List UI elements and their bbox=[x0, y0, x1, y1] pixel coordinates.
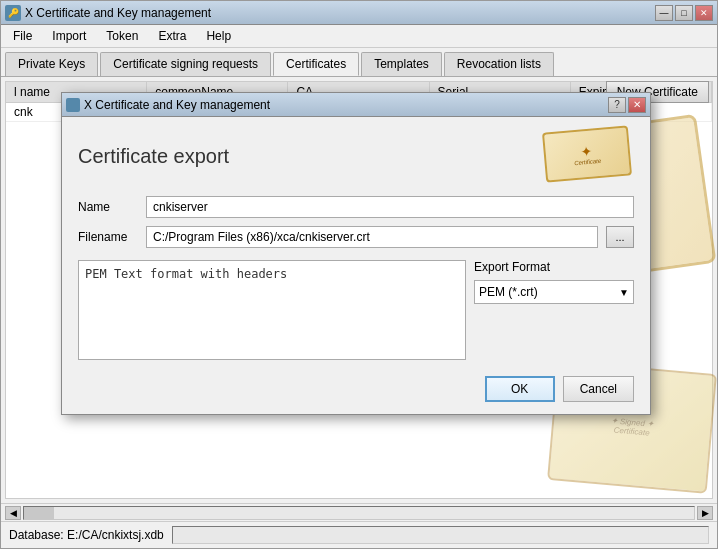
filename-input[interactable] bbox=[146, 226, 598, 248]
format-select[interactable]: PEM (*.crt) ▼ bbox=[474, 280, 634, 304]
browse-button[interactable]: ... bbox=[606, 226, 634, 248]
name-label: Name bbox=[78, 200, 138, 214]
cert-badge-image: Certificate bbox=[542, 125, 632, 182]
menu-extra[interactable]: Extra bbox=[150, 27, 194, 45]
tab-templates[interactable]: Templates bbox=[361, 52, 442, 76]
modal-title: X Certificate and Key management bbox=[84, 98, 606, 112]
status-bar: Database: E:/CA/cnkixtsj.xdb bbox=[1, 521, 717, 548]
status-input bbox=[172, 526, 709, 544]
dialog-heading: Certificate export bbox=[78, 145, 229, 168]
modal-close-button[interactable]: ✕ bbox=[628, 97, 646, 113]
scroll-left-button[interactable]: ◀ bbox=[5, 506, 21, 520]
database-path: Database: E:/CA/cnkixtsj.xdb bbox=[9, 528, 164, 542]
minimize-button[interactable]: — bbox=[655, 5, 673, 21]
ok-button[interactable]: OK bbox=[485, 376, 555, 402]
filename-row: Filename ... bbox=[78, 226, 634, 248]
close-button[interactable]: ✕ bbox=[695, 5, 713, 21]
cancel-button[interactable]: Cancel bbox=[563, 376, 634, 402]
tab-csr[interactable]: Certificate signing requests bbox=[100, 52, 271, 76]
filename-label: Filename bbox=[78, 230, 138, 244]
scroll-right-button[interactable]: ▶ bbox=[697, 506, 713, 520]
scroll-thumb[interactable] bbox=[24, 507, 54, 519]
app-icon: 🔑 bbox=[5, 5, 21, 21]
title-bar: 🔑 X Certificate and Key management — □ ✕ bbox=[1, 1, 717, 25]
modal-title-bar: X Certificate and Key management ? ✕ bbox=[62, 93, 650, 117]
scroll-track bbox=[23, 506, 695, 520]
modal-overlay: X Certificate and Key management ? ✕ Cer… bbox=[1, 77, 717, 503]
tab-bar: Private Keys Certificate signing request… bbox=[1, 48, 717, 77]
menu-bar: File Import Token Extra Help bbox=[1, 25, 717, 48]
title-bar-buttons: — □ ✕ bbox=[655, 5, 713, 21]
modal-header: Certificate export Certificate bbox=[78, 129, 634, 184]
main-window-title: X Certificate and Key management bbox=[25, 6, 655, 20]
name-input[interactable] bbox=[146, 196, 634, 218]
tab-revocation[interactable]: Revocation lists bbox=[444, 52, 554, 76]
menu-import[interactable]: Import bbox=[44, 27, 94, 45]
menu-token[interactable]: Token bbox=[98, 27, 146, 45]
format-label: Export Format bbox=[474, 260, 634, 274]
modal-body: Certificate export Certificate Name bbox=[62, 117, 650, 414]
main-window: 🔑 X Certificate and Key management — □ ✕… bbox=[0, 0, 718, 549]
horizontal-scroll-bar: ◀ ▶ bbox=[1, 503, 717, 521]
dialog-buttons: OK Cancel bbox=[78, 376, 634, 402]
menu-help[interactable]: Help bbox=[198, 27, 239, 45]
preview-text: PEM Text format with headers bbox=[85, 267, 287, 281]
menu-file[interactable]: File bbox=[5, 27, 40, 45]
export-area: PEM Text format with headers Export Form… bbox=[78, 260, 634, 360]
tab-private-keys[interactable]: Private Keys bbox=[5, 52, 98, 76]
modal-window: X Certificate and Key management ? ✕ Cer… bbox=[61, 92, 651, 415]
cert-badge: Certificate bbox=[544, 129, 634, 184]
preview-box: PEM Text format with headers bbox=[78, 260, 466, 360]
main-content: New Certificate l name commonName CA Ser… bbox=[1, 77, 717, 503]
modal-help-button[interactable]: ? bbox=[608, 97, 626, 113]
dropdown-icon: ▼ bbox=[619, 287, 629, 298]
name-row: Name bbox=[78, 196, 634, 218]
maximize-button[interactable]: □ bbox=[675, 5, 693, 21]
format-select-value: PEM (*.crt) bbox=[479, 285, 538, 299]
tab-certificates[interactable]: Certificates bbox=[273, 52, 359, 76]
format-section: Export Format PEM (*.crt) ▼ bbox=[474, 260, 634, 360]
modal-icon bbox=[66, 98, 80, 112]
